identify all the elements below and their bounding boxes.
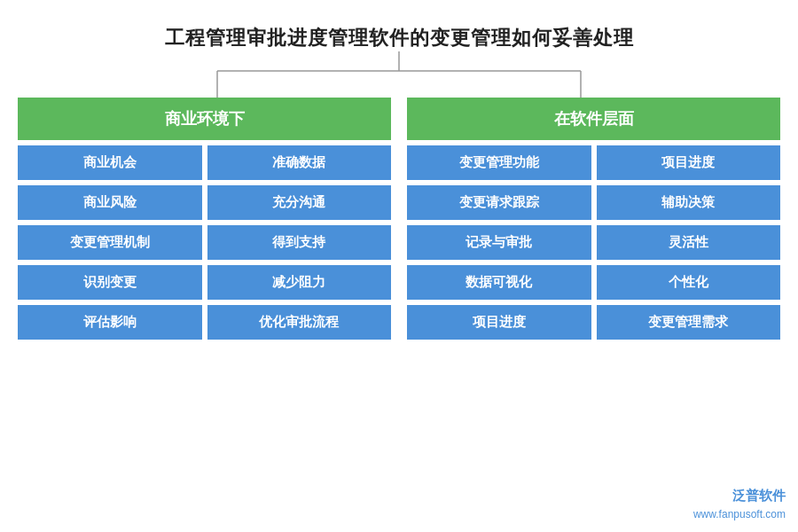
cell-left-1: 准确数据 bbox=[207, 145, 392, 180]
cell-right-5: 灵活性 bbox=[597, 225, 781, 260]
brand-name: 泛普软件 bbox=[693, 485, 786, 506]
cell-right-9: 变更管理需求 bbox=[597, 305, 781, 340]
cell-left-9: 优化审批流程 bbox=[207, 305, 392, 340]
connector-lines bbox=[35, 51, 763, 98]
section-right-header: 在软件层面 bbox=[407, 98, 780, 140]
cell-right-4: 记录与审批 bbox=[407, 225, 591, 260]
section-left-grid: 商业机会准确数据商业风险充分沟通变更管理机制得到支持识别变更减少阻力评估影响优化… bbox=[18, 145, 391, 340]
page-title: 工程管理审批进度管理软件的变更管理如何妥善处理 bbox=[165, 25, 634, 51]
cell-left-0: 商业机会 bbox=[18, 145, 202, 180]
cell-left-2: 商业风险 bbox=[18, 185, 202, 220]
section-right: 在软件层面 变更管理功能项目进度变更请求跟踪辅助决策记录与审批灵活性数据可视化个… bbox=[407, 98, 780, 340]
section-right-grid: 变更管理功能项目进度变更请求跟踪辅助决策记录与审批灵活性数据可视化个性化项目进度… bbox=[407, 145, 780, 340]
cell-left-3: 充分沟通 bbox=[207, 185, 392, 220]
section-left-header: 商业环境下 bbox=[18, 98, 391, 140]
brand-watermark: 泛普软件 www.fanpusoft.com bbox=[693, 485, 786, 523]
section-left: 商业环境下 商业机会准确数据商业风险充分沟通变更管理机制得到支持识别变更减少阻力… bbox=[18, 98, 391, 340]
main-content: 商业环境下 商业机会准确数据商业风险充分沟通变更管理机制得到支持识别变更减少阻力… bbox=[18, 98, 780, 532]
cell-right-0: 变更管理功能 bbox=[407, 145, 591, 180]
cell-left-4: 变更管理机制 bbox=[18, 225, 202, 260]
cell-left-5: 得到支持 bbox=[207, 225, 392, 260]
brand-url: www.fanpusoft.com bbox=[693, 506, 786, 523]
cell-right-1: 项目进度 bbox=[597, 145, 781, 180]
cell-right-2: 变更请求跟踪 bbox=[407, 185, 591, 220]
cell-left-8: 评估影响 bbox=[18, 305, 202, 340]
cell-left-7: 减少阻力 bbox=[207, 265, 392, 300]
cell-right-7: 个性化 bbox=[597, 265, 781, 300]
cell-right-3: 辅助决策 bbox=[597, 185, 781, 220]
cell-right-8: 项目进度 bbox=[407, 305, 591, 340]
cell-left-6: 识别变更 bbox=[18, 265, 202, 300]
cell-right-6: 数据可视化 bbox=[407, 265, 591, 300]
